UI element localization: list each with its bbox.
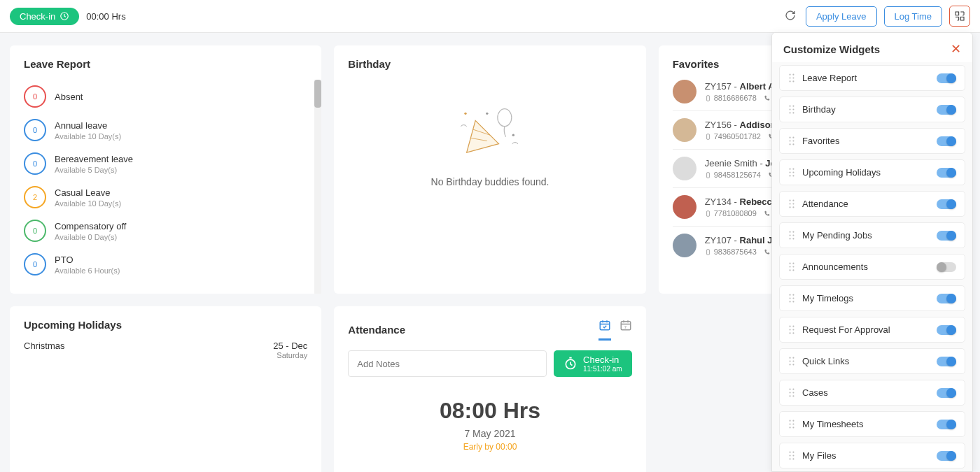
svg-point-90 <box>790 455 791 456</box>
drag-handle-icon[interactable] <box>788 294 795 303</box>
widget-row: Birthday <box>779 96 965 122</box>
widget-row: My Files <box>779 443 965 469</box>
leave-item[interactable]: 0 Compensatory off Available 0 Day(s) <box>24 214 298 248</box>
svg-point-17 <box>792 74 794 76</box>
leave-item[interactable]: 2 Casual Leave Available 10 Day(s) <box>24 180 298 214</box>
widget-toggle[interactable] <box>937 105 956 115</box>
widget-toggle[interactable] <box>937 357 956 366</box>
refresh-icon <box>785 10 796 21</box>
widget-left: Request For Approval <box>788 324 890 335</box>
customize-widgets-button[interactable] <box>949 6 970 27</box>
refresh-button[interactable] <box>782 7 799 26</box>
svg-point-67 <box>792 329 794 330</box>
leave-count-circle: 0 <box>24 85 46 108</box>
attendance-tab-week[interactable]: 7 <box>620 319 632 341</box>
widget-toggle[interactable] <box>937 451 956 461</box>
holidays-title: Upcoming Holidays <box>10 306 321 341</box>
drag-handle-icon[interactable] <box>788 231 795 240</box>
checkin-text: Check-in 11:51:02 am <box>583 355 622 373</box>
scrollbar[interactable] <box>314 80 321 294</box>
widget-toggle[interactable] <box>937 168 956 178</box>
drag-handle-icon[interactable] <box>788 262 795 271</box>
svg-point-61 <box>792 297 794 299</box>
widget-toggle[interactable] <box>937 294 956 303</box>
widget-row: Favorites <box>779 128 965 154</box>
svg-point-59 <box>792 294 794 296</box>
drag-handle-icon[interactable] <box>788 357 795 366</box>
leave-availability: Available 5 Day(s) <box>55 166 133 174</box>
leave-item[interactable]: 0 PTO Available 6 Hour(s) <box>24 248 298 281</box>
svg-point-27 <box>792 112 794 113</box>
drag-handle-icon[interactable] <box>788 199 795 208</box>
drag-handle-icon[interactable] <box>788 136 795 145</box>
svg-point-52 <box>790 263 791 264</box>
drag-handle-icon[interactable] <box>788 105 795 114</box>
drag-handle-icon[interactable] <box>788 168 795 177</box>
avatar <box>673 195 696 219</box>
leave-availability: Available 10 Day(s) <box>55 199 121 208</box>
svg-point-83 <box>792 420 794 422</box>
widget-label: Favorites <box>802 136 839 146</box>
svg-point-55 <box>792 266 794 267</box>
drag-handle-icon[interactable] <box>788 325 795 334</box>
phone-icon <box>764 249 770 255</box>
leave-item[interactable]: 0 Absent <box>24 80 298 113</box>
svg-point-35 <box>792 169 794 170</box>
checkin-button[interactable]: Check-in <box>10 8 79 25</box>
drag-handle-icon[interactable] <box>788 420 795 429</box>
widget-label: Quick Links <box>802 356 849 366</box>
widget-label: Request For Approval <box>802 324 890 335</box>
widget-toggle[interactable] <box>937 262 956 272</box>
apply-leave-button[interactable]: Apply Leave <box>806 6 877 27</box>
favorite-phone: 7781080809 <box>714 209 757 217</box>
widget-label: Announcements <box>802 262 868 272</box>
leave-item[interactable]: 0 Annual leave Available 10 Day(s) <box>24 113 298 147</box>
svg-rect-10 <box>706 210 709 216</box>
attendance-checkin-button[interactable]: Check-in 11:51:02 am <box>554 350 632 377</box>
leave-item[interactable]: 0 Bereavement leave Available 5 Day(s) <box>24 147 298 180</box>
widget-toggle[interactable] <box>937 231 956 241</box>
leave-count-circle: 0 <box>24 152 46 175</box>
birthday-card: Birthday No Birthday buddies found. <box>334 45 645 294</box>
svg-point-69 <box>792 332 794 334</box>
svg-point-68 <box>790 332 791 334</box>
widget-left: My Pending Jobs <box>788 230 872 241</box>
leave-text: Annual leave Available 10 Day(s) <box>55 120 121 141</box>
drag-handle-icon[interactable] <box>788 388 795 397</box>
svg-point-38 <box>790 175 791 176</box>
widget-toggle[interactable] <box>937 73 956 83</box>
svg-point-91 <box>792 455 794 456</box>
svg-point-88 <box>790 452 791 453</box>
widget-left: Announcements <box>788 262 868 272</box>
leave-name: PTO <box>55 255 120 265</box>
leave-text: PTO Available 6 Hour(s) <box>55 255 120 275</box>
widget-row: Attendance <box>779 191 965 217</box>
svg-point-89 <box>792 452 794 453</box>
drag-handle-icon[interactable] <box>788 451 795 460</box>
panel-close-button[interactable]: ✕ <box>951 43 961 55</box>
topbar-right: Apply Leave Log Time <box>782 6 970 27</box>
widget-left: My Timelogs <box>788 293 853 303</box>
widget-toggle[interactable] <box>937 388 956 398</box>
attendance-header: Attendance 7 <box>334 306 645 350</box>
widget-label: My Timelogs <box>802 293 853 303</box>
svg-point-20 <box>790 80 791 82</box>
svg-point-31 <box>792 140 794 141</box>
svg-point-78 <box>790 392 791 393</box>
add-notes-input[interactable] <box>348 350 547 377</box>
svg-point-18 <box>790 77 791 78</box>
widget-label: My Files <box>802 450 836 461</box>
calendar-check-icon <box>598 319 611 331</box>
widget-toggle[interactable] <box>937 420 956 429</box>
attendance-tab-day[interactable] <box>598 319 611 341</box>
svg-point-51 <box>792 238 794 239</box>
widget-left: My Timesheets <box>788 419 863 429</box>
drag-handle-icon[interactable] <box>788 73 795 83</box>
widget-toggle[interactable] <box>937 136 956 146</box>
birthday-empty-text: No Birthday buddies found. <box>431 176 550 187</box>
widget-toggle[interactable] <box>937 199 956 209</box>
svg-point-62 <box>790 301 791 302</box>
log-time-button[interactable]: Log Time <box>884 6 942 27</box>
widget-toggle[interactable] <box>937 325 956 335</box>
widget-row: Cases <box>779 380 965 406</box>
